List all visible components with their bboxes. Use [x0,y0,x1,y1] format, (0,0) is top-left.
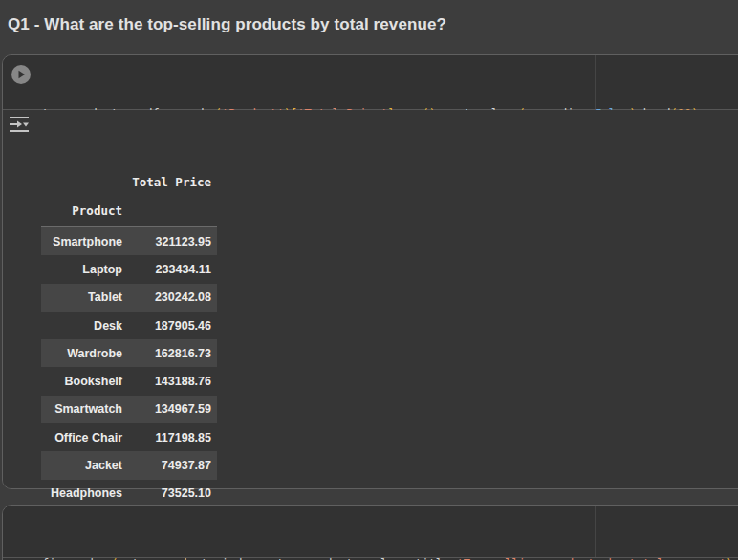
table-row: Smartphone321123.95 [41,227,217,255]
question-heading: Q1 - What are the top-selling products b… [8,15,446,34]
row-label: Smartphone [41,235,122,248]
table-row: Bookshelf143188.76 [41,367,217,395]
table-row: Office Chair117198.85 [41,423,217,451]
play-icon [11,65,31,84]
row-value: 230242.08 [122,291,217,304]
table-row: Smartwatch134967.59 [41,396,217,423]
code-line: fig=px.bar(x=top_products.index,y=top_pr… [42,554,738,560]
series-output-table: Smartphone321123.95Laptop233434.11Tablet… [41,227,217,507]
row-value: 321123.95 [122,235,217,248]
series-index-header: Product [41,204,122,218]
table-row: Laptop233434.11 [41,255,217,283]
cell-output: Total Price Product Smartphone321123.95L… [3,110,738,488]
row-label: Bookshelf [41,375,122,388]
table-row: Jacket74937.87 [41,451,217,479]
row-value: 73525.10 [122,486,217,500]
row-value: 162816.73 [122,347,217,360]
table-row: Wardrobe162816.73 [41,339,217,367]
output-options-icon[interactable] [9,116,32,133]
code-editor-2[interactable]: fig=px.bar(x=top_products.index,y=top_pr… [3,506,738,558]
row-value: 233434.11 [122,263,217,276]
row-value: 187905.46 [122,319,217,333]
row-label: Headphones [41,486,122,500]
row-value: 74937.87 [122,459,217,472]
series-value-header: Total Price [41,175,211,189]
notebook-cell-1: top_products = df.groupby('Product')['To… [2,54,738,489]
code-lines: fig=px.bar(x=top_products.index,y=top_pr… [42,514,738,560]
row-label: Tablet [41,291,122,304]
row-value: 143188.76 [122,375,217,388]
notebook-cell-2: fig=px.bar(x=top_products.index,y=top_pr… [2,505,738,560]
row-label: Smartwatch [41,402,122,416]
row-label: Jacket [41,459,122,472]
arrow-into-table-icon [9,116,32,133]
row-label: Office Chair [41,431,122,444]
row-label: Laptop [41,263,122,276]
row-value: 117198.85 [122,431,217,444]
table-row: Headphones73525.10 [41,480,217,507]
row-value: 134967.59 [122,402,217,416]
row-label: Desk [41,319,122,333]
table-row: Tablet230242.08 [41,284,217,312]
row-label: Wardrobe [41,347,122,360]
table-row: Desk187905.46 [41,312,217,339]
code-editor-1[interactable]: top_products = df.groupby('Product')['To… [3,55,738,110]
run-cell-button[interactable] [11,65,31,84]
